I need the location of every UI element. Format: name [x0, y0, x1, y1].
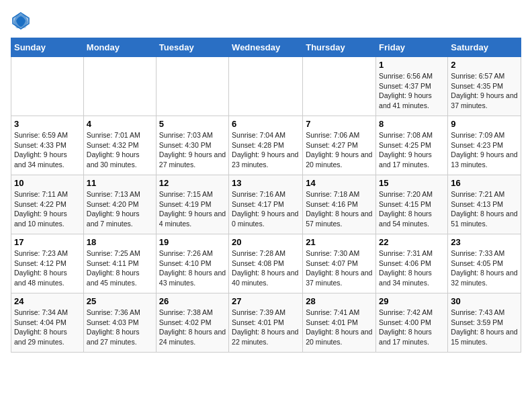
day-number: 19 — [159, 237, 226, 247]
day-info: Sunrise: 7:31 AM Sunset: 4:06 PM Dayligh… — [379, 248, 445, 288]
calendar-cell: 25Sunrise: 7:36 AM Sunset: 4:03 PM Dayli… — [83, 293, 156, 353]
day-info: Sunrise: 7:01 AM Sunset: 4:32 PM Dayligh… — [87, 130, 153, 170]
calendar-cell — [303, 57, 376, 116]
day-number: 3 — [14, 119, 81, 129]
day-number: 8 — [379, 119, 445, 129]
page-header — [11, 11, 521, 31]
day-info: Sunrise: 7:18 AM Sunset: 4:16 PM Dayligh… — [306, 189, 373, 229]
col-header-tuesday: Tuesday — [156, 38, 228, 57]
logo — [11, 11, 34, 31]
week-row-2: 10Sunrise: 7:11 AM Sunset: 4:22 PM Dayli… — [11, 175, 521, 234]
day-info: Sunrise: 7:21 AM Sunset: 4:13 PM Dayligh… — [451, 189, 518, 229]
calendar-cell: 15Sunrise: 7:20 AM Sunset: 4:15 PM Dayli… — [376, 175, 448, 234]
day-info: Sunrise: 7:20 AM Sunset: 4:15 PM Dayligh… — [379, 189, 445, 229]
calendar-cell: 17Sunrise: 7:23 AM Sunset: 4:12 PM Dayli… — [11, 234, 84, 293]
calendar-cell: 23Sunrise: 7:33 AM Sunset: 4:05 PM Dayli… — [448, 234, 521, 293]
calendar-cell: 4Sunrise: 7:01 AM Sunset: 4:32 PM Daylig… — [83, 116, 156, 175]
day-number: 9 — [451, 119, 518, 129]
calendar-cell — [11, 57, 84, 116]
col-header-sunday: Sunday — [11, 38, 84, 57]
day-info: Sunrise: 7:09 AM Sunset: 4:23 PM Dayligh… — [451, 130, 518, 170]
calendar-cell: 8Sunrise: 7:08 AM Sunset: 4:25 PM Daylig… — [376, 116, 448, 175]
calendar-cell: 19Sunrise: 7:26 AM Sunset: 4:10 PM Dayli… — [156, 234, 228, 293]
day-info: Sunrise: 7:04 AM Sunset: 4:28 PM Dayligh… — [232, 130, 300, 170]
day-info: Sunrise: 7:36 AM Sunset: 4:03 PM Dayligh… — [87, 308, 153, 347]
day-number: 12 — [159, 178, 226, 188]
calendar-cell: 7Sunrise: 7:06 AM Sunset: 4:27 PM Daylig… — [303, 116, 376, 175]
day-info: Sunrise: 7:39 AM Sunset: 4:01 PM Dayligh… — [232, 308, 300, 347]
calendar-cell: 26Sunrise: 7:38 AM Sunset: 4:02 PM Dayli… — [156, 293, 228, 353]
logo-icon — [11, 11, 31, 31]
day-info: Sunrise: 7:15 AM Sunset: 4:19 PM Dayligh… — [159, 189, 226, 229]
day-number: 27 — [232, 296, 300, 306]
week-row-4: 24Sunrise: 7:34 AM Sunset: 4:04 PM Dayli… — [11, 293, 521, 353]
calendar-cell: 6Sunrise: 7:04 AM Sunset: 4:28 PM Daylig… — [229, 116, 303, 175]
day-number: 20 — [232, 237, 300, 247]
day-info: Sunrise: 7:41 AM Sunset: 4:01 PM Dayligh… — [306, 308, 373, 347]
calendar-cell: 1Sunrise: 6:56 AM Sunset: 4:37 PM Daylig… — [376, 57, 448, 116]
calendar-cell: 10Sunrise: 7:11 AM Sunset: 4:22 PM Dayli… — [11, 175, 84, 234]
day-info: Sunrise: 7:42 AM Sunset: 4:00 PM Dayligh… — [379, 308, 445, 347]
day-number: 28 — [306, 296, 373, 306]
day-info: Sunrise: 6:57 AM Sunset: 4:35 PM Dayligh… — [451, 71, 518, 111]
day-info: Sunrise: 7:03 AM Sunset: 4:30 PM Dayligh… — [159, 130, 226, 170]
calendar-cell: 9Sunrise: 7:09 AM Sunset: 4:23 PM Daylig… — [448, 116, 521, 175]
day-info: Sunrise: 7:38 AM Sunset: 4:02 PM Dayligh… — [159, 308, 226, 347]
col-header-monday: Monday — [83, 38, 156, 57]
day-info: Sunrise: 7:43 AM Sunset: 3:59 PM Dayligh… — [451, 308, 518, 347]
week-row-1: 3Sunrise: 6:59 AM Sunset: 4:33 PM Daylig… — [11, 116, 521, 175]
col-header-saturday: Saturday — [448, 38, 521, 57]
day-number: 25 — [87, 296, 153, 306]
col-header-friday: Friday — [376, 38, 448, 57]
calendar-cell — [83, 57, 156, 116]
day-number: 17 — [14, 237, 81, 247]
day-info: Sunrise: 7:25 AM Sunset: 4:11 PM Dayligh… — [87, 248, 153, 288]
calendar-cell: 27Sunrise: 7:39 AM Sunset: 4:01 PM Dayli… — [229, 293, 303, 353]
day-number: 15 — [379, 178, 445, 188]
day-info: Sunrise: 7:13 AM Sunset: 4:20 PM Dayligh… — [87, 189, 153, 229]
day-number: 16 — [451, 178, 518, 188]
calendar-cell: 21Sunrise: 7:30 AM Sunset: 4:07 PM Dayli… — [303, 234, 376, 293]
calendar-cell: 29Sunrise: 7:42 AM Sunset: 4:00 PM Dayli… — [376, 293, 448, 353]
day-number: 11 — [87, 178, 153, 188]
day-number: 23 — [451, 237, 518, 247]
calendar-cell: 14Sunrise: 7:18 AM Sunset: 4:16 PM Dayli… — [303, 175, 376, 234]
day-number: 10 — [14, 178, 81, 188]
day-number: 5 — [159, 119, 226, 129]
calendar-cell: 30Sunrise: 7:43 AM Sunset: 3:59 PM Dayli… — [448, 293, 521, 353]
day-info: Sunrise: 7:06 AM Sunset: 4:27 PM Dayligh… — [306, 130, 373, 170]
day-info: Sunrise: 7:34 AM Sunset: 4:04 PM Dayligh… — [14, 308, 81, 347]
day-number: 18 — [87, 237, 153, 247]
day-number: 4 — [87, 119, 153, 129]
day-number: 29 — [379, 296, 445, 306]
week-row-3: 17Sunrise: 7:23 AM Sunset: 4:12 PM Dayli… — [11, 234, 521, 293]
calendar-table: SundayMondayTuesdayWednesdayThursdayFrid… — [11, 38, 521, 353]
calendar-cell: 3Sunrise: 6:59 AM Sunset: 4:33 PM Daylig… — [11, 116, 84, 175]
day-info: Sunrise: 7:23 AM Sunset: 4:12 PM Dayligh… — [14, 248, 81, 288]
calendar-cell: 12Sunrise: 7:15 AM Sunset: 4:19 PM Dayli… — [156, 175, 228, 234]
calendar-cell: 20Sunrise: 7:28 AM Sunset: 4:08 PM Dayli… — [229, 234, 303, 293]
day-info: Sunrise: 7:11 AM Sunset: 4:22 PM Dayligh… — [14, 189, 81, 229]
calendar-cell: 2Sunrise: 6:57 AM Sunset: 4:35 PM Daylig… — [448, 57, 521, 116]
day-number: 14 — [306, 178, 373, 188]
calendar-cell: 24Sunrise: 7:34 AM Sunset: 4:04 PM Dayli… — [11, 293, 84, 353]
day-info: Sunrise: 7:26 AM Sunset: 4:10 PM Dayligh… — [159, 248, 226, 288]
calendar-cell: 28Sunrise: 7:41 AM Sunset: 4:01 PM Dayli… — [303, 293, 376, 353]
calendar-cell: 11Sunrise: 7:13 AM Sunset: 4:20 PM Dayli… — [83, 175, 156, 234]
col-header-wednesday: Wednesday — [229, 38, 303, 57]
day-number: 30 — [451, 296, 518, 306]
col-header-thursday: Thursday — [303, 38, 376, 57]
day-info: Sunrise: 7:08 AM Sunset: 4:25 PM Dayligh… — [379, 130, 445, 170]
day-info: Sunrise: 7:33 AM Sunset: 4:05 PM Dayligh… — [451, 248, 518, 288]
day-number: 2 — [451, 60, 518, 70]
calendar-cell: 13Sunrise: 7:16 AM Sunset: 4:17 PM Dayli… — [229, 175, 303, 234]
calendar-cell — [156, 57, 228, 116]
day-info: Sunrise: 7:30 AM Sunset: 4:07 PM Dayligh… — [306, 248, 373, 288]
calendar-cell: 22Sunrise: 7:31 AM Sunset: 4:06 PM Dayli… — [376, 234, 448, 293]
day-number: 1 — [379, 60, 445, 70]
calendar-cell — [229, 57, 303, 116]
day-number: 21 — [306, 237, 373, 247]
day-number: 26 — [159, 296, 226, 306]
calendar-cell: 18Sunrise: 7:25 AM Sunset: 4:11 PM Dayli… — [83, 234, 156, 293]
week-row-0: 1Sunrise: 6:56 AM Sunset: 4:37 PM Daylig… — [11, 57, 521, 116]
